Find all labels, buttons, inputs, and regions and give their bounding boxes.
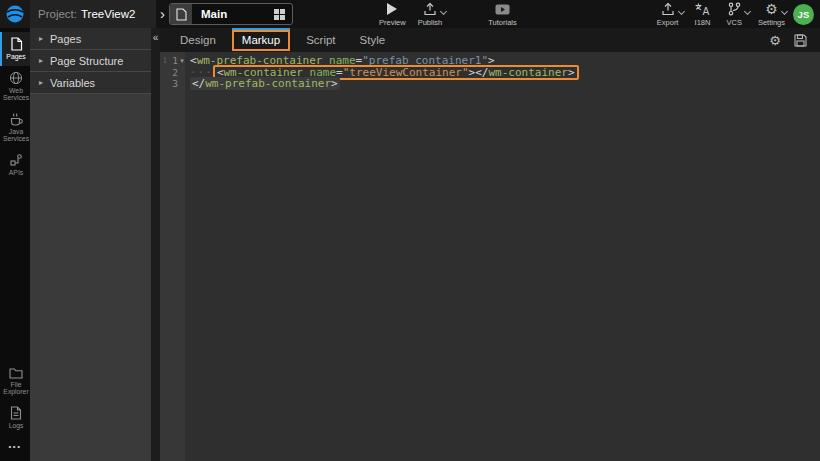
sidebar-item-label: APIs — [2, 169, 30, 177]
publish-label: Publish — [418, 19, 443, 27]
breadcrumb-chevron-icon: › — [160, 6, 165, 21]
logs-icon — [10, 406, 22, 420]
panel-collapse-button[interactable]: « — [153, 28, 159, 43]
globe-icon — [9, 71, 23, 85]
wavemaker-logo[interactable] — [0, 0, 30, 28]
panel-section-pages[interactable]: ▸ Pages — [30, 28, 151, 50]
sidebar-more-button[interactable]: ••• — [0, 434, 30, 461]
i18n-label: I18N — [695, 19, 711, 27]
upload-icon — [423, 2, 437, 16]
panel-collapse-strip: « — [151, 28, 160, 461]
gutter-marker: 1 — [160, 56, 167, 65]
svg-text:A: A — [703, 6, 710, 17]
export-caret-icon — [678, 8, 685, 15]
top-bar: Project: TreeView2 › Main Preview — [0, 0, 820, 28]
sidebar-item-label: Web Services — [2, 87, 30, 102]
page-icon — [10, 37, 23, 51]
coffee-icon — [9, 112, 23, 126]
expand-caret-icon: ▸ — [39, 57, 43, 65]
folder-icon — [9, 367, 23, 379]
sidebar-item-java-services[interactable]: Java Services — [0, 107, 30, 148]
line-number: 1 — [167, 55, 178, 66]
export-icon — [661, 2, 675, 16]
pages-panel: ▸ Pages ▸ Page Structure ▸ Variables « — [30, 28, 160, 461]
settings-button[interactable]: ⚙ Settings — [758, 2, 785, 27]
left-icon-sidebar: Pages Web Services Java — [0, 28, 30, 461]
page-file-icon — [170, 3, 192, 25]
panel-section-label: Page Structure — [50, 55, 123, 67]
save-icon[interactable] — [794, 34, 807, 47]
video-tutorial-icon — [495, 4, 510, 15]
vcs-caret-icon — [744, 8, 751, 15]
vcs-label: VCS — [726, 19, 741, 27]
api-icon — [9, 153, 23, 167]
project-breadcrumb: Project: TreeView2 — [30, 0, 156, 28]
gear-icon: ⚙ — [765, 2, 778, 16]
i18n-button[interactable]: A I18N — [694, 2, 710, 27]
tutorials-label: Tutorials — [488, 19, 516, 27]
play-icon — [387, 3, 397, 15]
code-text: </wm-prefab-container> — [190, 77, 340, 90]
export-button[interactable]: Export — [657, 2, 679, 27]
project-name: TreeView2 — [81, 8, 135, 20]
tab-markup[interactable]: Markup — [232, 30, 290, 51]
sidebar-item-file-explorer[interactable]: File Explorer — [0, 362, 30, 401]
vcs-button[interactable]: VCS — [726, 2, 741, 27]
code-editor-area[interactable]: 1 1 ▾ <wm-prefab-container name="prefab_… — [160, 52, 820, 461]
wavemaker-studio-window: Project: TreeView2 › Main Preview — [0, 0, 820, 461]
translate-icon: A — [694, 2, 710, 16]
settings-label: Settings — [758, 19, 785, 27]
panel-section-label: Pages — [50, 33, 81, 45]
expand-caret-icon: ▸ — [39, 79, 43, 87]
publish-button[interactable]: Publish — [418, 2, 443, 27]
sidebar-item-pages[interactable]: Pages — [0, 32, 30, 66]
code-line-3[interactable]: 3 </wm-prefab-container> — [160, 78, 820, 90]
tab-script[interactable]: Script — [294, 34, 347, 46]
settings-caret-icon — [781, 8, 788, 15]
sidebar-item-label: Java Services — [2, 128, 30, 143]
sidebar-item-label: File Explorer — [2, 381, 30, 396]
line-number: 2 — [167, 67, 178, 78]
branch-icon — [727, 2, 741, 16]
tab-style[interactable]: Style — [348, 34, 398, 46]
sidebar-item-apis[interactable]: APIs — [0, 148, 30, 182]
tab-design[interactable]: Design — [168, 34, 228, 46]
markup-editor: Design Markup Script Style ⚙ 1 — [160, 28, 820, 461]
wavemaker-logo-icon — [5, 4, 25, 24]
sidebar-item-logs[interactable]: Logs — [0, 401, 30, 435]
expand-caret-icon: ▸ — [39, 35, 43, 43]
panel-section-variables[interactable]: ▸ Variables — [30, 72, 151, 94]
export-label: Export — [657, 19, 679, 27]
sidebar-item-label: Pages — [2, 53, 30, 61]
pages-grid-icon[interactable] — [274, 9, 285, 20]
publish-caret-icon — [440, 8, 447, 15]
page-tab-main[interactable]: Main — [169, 3, 293, 25]
panel-section-page-structure[interactable]: ▸ Page Structure — [30, 50, 151, 72]
sidebar-item-web-services[interactable]: Web Services — [0, 66, 30, 107]
editor-gutter — [160, 52, 185, 461]
fold-caret-icon[interactable]: ▾ — [178, 57, 186, 65]
panel-section-label: Variables — [50, 77, 95, 89]
sidebar-item-label: Logs — [2, 422, 30, 430]
preview-button[interactable]: Preview — [379, 2, 406, 27]
preview-label: Preview — [379, 19, 406, 27]
editor-tab-bar: Design Markup Script Style ⚙ — [160, 28, 820, 52]
project-label: Project: — [38, 8, 77, 20]
sidebar-spacer — [0, 181, 30, 362]
editor-settings-gear-icon[interactable]: ⚙ — [769, 34, 781, 47]
user-avatar[interactable]: JS — [793, 4, 814, 25]
page-tab-label: Main — [192, 8, 274, 20]
tutorials-button[interactable]: Tutorials — [488, 2, 516, 27]
line-number: 3 — [167, 78, 178, 89]
